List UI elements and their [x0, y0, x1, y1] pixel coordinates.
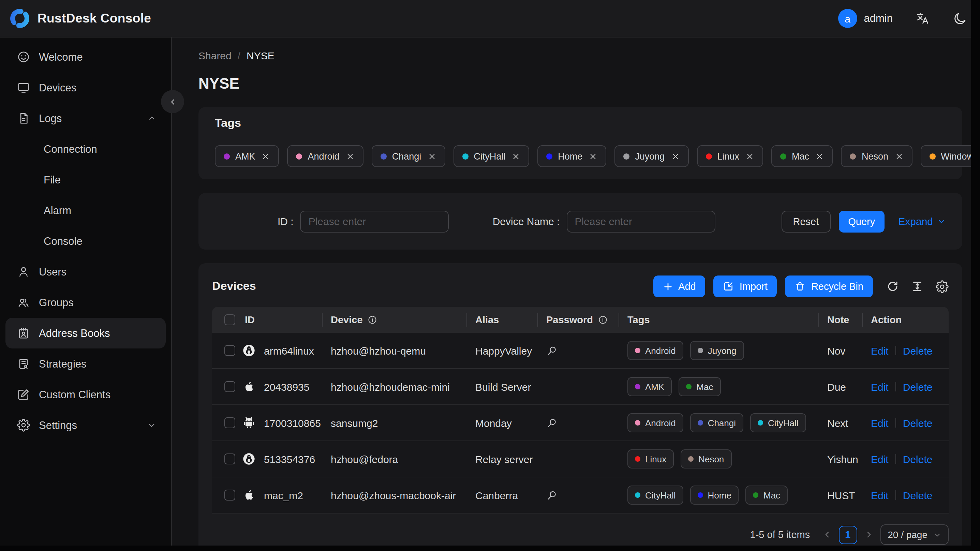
sidebar-item-custom-clients[interactable]: Custom Clients	[5, 379, 166, 410]
tag-label: Changi	[392, 151, 422, 161]
sidebar-subitem-connection[interactable]: Connection	[5, 134, 166, 164]
device-alias: Relay server	[467, 453, 538, 465]
row-checkbox[interactable]	[224, 345, 235, 356]
sidebar-subitem-console[interactable]: Console	[5, 226, 166, 256]
horizontal-scrollbar-gutter[interactable]	[0, 546, 980, 551]
translate-icon[interactable]	[916, 11, 929, 25]
prev-page-icon[interactable]	[822, 530, 832, 540]
edit-link[interactable]: Edit	[871, 489, 889, 501]
col-tags: Tags	[627, 314, 650, 325]
remove-tag-icon[interactable]	[589, 152, 597, 161]
table-settings-gear-icon[interactable]	[935, 280, 949, 293]
remove-tag-icon[interactable]	[261, 152, 270, 161]
row-checkbox[interactable]	[224, 454, 235, 464]
tag-label: Home	[558, 151, 582, 161]
device-name: hzhou@zhous-macbook-air	[323, 489, 467, 501]
id-label: ID :	[278, 215, 294, 227]
vertical-scrollbar-gutter[interactable]	[971, 0, 980, 551]
action-divider	[896, 454, 896, 464]
delete-link[interactable]: Delete	[903, 489, 932, 501]
select-all-checkbox[interactable]	[224, 314, 235, 325]
query-button[interactable]: Query	[838, 210, 885, 232]
view-password-search-icon[interactable]	[546, 489, 558, 501]
tag-label: Linux	[717, 151, 739, 161]
remove-tag-icon[interactable]	[427, 152, 436, 161]
row-checkbox[interactable]	[224, 417, 235, 428]
edit-link[interactable]: Edit	[871, 417, 889, 428]
row-checkbox[interactable]	[224, 490, 235, 500]
sidebar-collapse-button[interactable]	[161, 90, 184, 113]
tag-label: Mac	[792, 151, 809, 161]
remove-tag-icon[interactable]	[745, 152, 754, 161]
breadcrumb-parent[interactable]: Shared	[199, 49, 232, 61]
trash-icon	[795, 281, 806, 292]
sidebar-subitem-alarm[interactable]: Alarm	[5, 195, 166, 226]
tag-color-dot	[462, 153, 468, 159]
column-height-icon[interactable]	[911, 280, 923, 293]
dark-mode-moon-icon[interactable]	[953, 11, 967, 25]
tag-color-dot	[850, 153, 856, 159]
action-divider	[896, 490, 896, 500]
device-note: Nov	[819, 345, 863, 356]
tag-chip-juyong: Juyong	[614, 145, 689, 167]
sidebar-item-address-books[interactable]: Address Books	[5, 318, 166, 349]
breadcrumb: Shared / NYSE	[199, 46, 962, 64]
tag-color-dot	[635, 456, 640, 462]
row-tag-neson: Neson	[681, 449, 732, 468]
edit-link[interactable]: Edit	[871, 453, 889, 465]
recycle-bin-button[interactable]: Recycle Bin	[785, 276, 873, 297]
device-alias: Build Server	[467, 381, 538, 392]
delete-link[interactable]: Delete	[903, 345, 932, 356]
sidebar-item-strategies[interactable]: Strategies	[5, 349, 166, 379]
col-device: Device	[331, 314, 363, 325]
device-name: hzhou@fedora	[323, 453, 467, 465]
reset-button[interactable]: Reset	[781, 210, 830, 232]
remove-tag-icon[interactable]	[815, 152, 824, 161]
tag-color-dot	[698, 492, 703, 498]
sidebar-item-welcome[interactable]: Welcome	[5, 41, 166, 72]
delete-link[interactable]: Delete	[903, 453, 932, 465]
tag-color-dot	[623, 153, 630, 159]
edit-link[interactable]: Edit	[871, 381, 889, 392]
remove-tag-icon[interactable]	[671, 152, 679, 161]
remove-tag-icon[interactable]	[346, 152, 355, 161]
tag-color-dot	[758, 420, 763, 425]
sidebar-item-users[interactable]: Users	[5, 256, 166, 287]
page-size-select[interactable]: 20 / page	[880, 524, 949, 545]
device-info-icon[interactable]	[368, 315, 377, 325]
row-checkbox[interactable]	[224, 381, 235, 392]
tag-color-dot	[546, 153, 552, 159]
sidebar-item-devices[interactable]: Devices	[5, 72, 166, 103]
id-input[interactable]	[301, 210, 449, 232]
remove-tag-icon[interactable]	[511, 152, 520, 161]
refresh-icon[interactable]	[886, 280, 899, 293]
chevron-down-icon	[147, 421, 156, 430]
delete-link[interactable]: Delete	[903, 381, 932, 392]
expand-link[interactable]: Expand	[898, 215, 946, 227]
device-id: arm64linux	[264, 345, 314, 356]
avatar[interactable]: a	[838, 9, 857, 28]
tag-color-dot	[698, 420, 703, 425]
add-button[interactable]: Add	[653, 276, 705, 297]
view-password-search-icon[interactable]	[546, 345, 558, 356]
sidebar-item-logs[interactable]: Logs	[5, 103, 166, 134]
username[interactable]: admin	[864, 12, 893, 25]
sidebar-item-groups[interactable]: Groups	[5, 287, 166, 318]
device-name-input[interactable]	[566, 210, 715, 232]
table-row: mac_m2 hzhou@zhous-macbook-air Canberra …	[212, 477, 949, 513]
delete-link[interactable]: Delete	[903, 417, 932, 428]
sidebar-subitem-file[interactable]: File	[5, 164, 166, 195]
next-page-icon[interactable]	[864, 530, 873, 540]
import-button[interactable]: Import	[714, 276, 777, 297]
page-number-1[interactable]: 1	[838, 526, 857, 544]
sidebar-item-settings[interactable]: Settings	[5, 410, 166, 441]
password-info-icon[interactable]	[598, 315, 607, 325]
top-header: RustDesk Console a admin	[0, 0, 980, 38]
tag-chip-neson: Neson	[841, 145, 912, 167]
edit-link[interactable]: Edit	[871, 345, 889, 356]
remove-tag-icon[interactable]	[894, 152, 903, 161]
strategies-icon	[17, 357, 30, 370]
view-password-search-icon[interactable]	[546, 417, 558, 428]
device-id: mac_m2	[264, 489, 303, 501]
device-name: hzhou@hzhou-qemu	[323, 345, 467, 356]
